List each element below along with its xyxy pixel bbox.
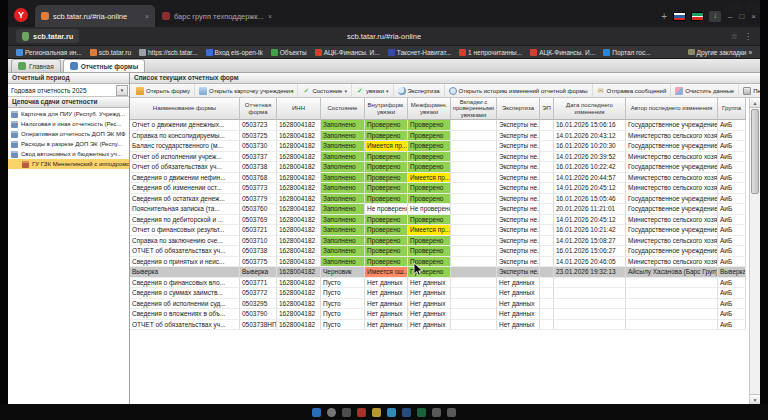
close-tab-icon[interactable]: × [268,13,272,20]
tray-icon[interactable] [728,3,742,12]
toolbar-button[interactable]: Открыть карточку учреждения [195,84,298,97]
toolbar-button[interactable]: Открыть форму [132,84,195,97]
column-header[interactable]: ИНН [277,98,321,120]
bookmark-item[interactable]: Вход eis-open-lk [206,49,263,56]
cell: 16.01.2026 10:21:42 [554,225,626,236]
app-icon[interactable] [447,408,456,417]
bookmark-item[interactable]: АЦК-Финансы. И... [530,49,595,56]
word-app-icon[interactable] [402,408,411,417]
cell: Сведения об изменении ост... [130,183,240,194]
table-row[interactable]: Сведения о суммах заимств...050377216280… [130,288,749,299]
column-header[interactable]: Наименование формы [130,98,240,120]
cell: Проверено [408,152,451,163]
downloads-icon[interactable]: ↓ [709,11,721,22]
browser-tab[interactable]: барс групп техподдержк...× [156,5,278,27]
cell: 0503723 [240,120,277,131]
table-row[interactable]: Сведения по дебиторской и ...05037691628… [130,215,749,226]
task-view-icon[interactable] [342,408,351,417]
table-row[interactable]: Справка по консолидируемы...050372516280… [130,131,749,142]
bookmark-item[interactable]: 1 непрочитанны... [459,49,522,56]
column-header[interactable]: ЭП [540,98,554,120]
bookmark-item[interactable]: Региональная ин... [16,49,82,56]
sidebar: Отчетный период Годовая отчетность 2025 … [8,73,130,404]
excel-app-icon[interactable] [417,408,426,417]
bookmark-item[interactable]: scb.tatar.ru [90,49,131,56]
cell: Эксперты не... [497,225,540,236]
table-row[interactable]: Пояснительная записка (та...050376016280… [130,204,749,215]
cell [540,194,554,205]
column-header[interactable]: Дата последнего изменения [554,98,626,120]
column-header[interactable]: Отчетная форма [240,98,277,120]
search-icon[interactable] [327,408,336,417]
cell: 0503775 [240,257,277,268]
new-tab-button[interactable]: + [661,11,667,22]
bookmark-item[interactable]: Портал гос... [603,49,650,56]
table-row[interactable]: Сведения об изменении ост...050377316280… [130,183,749,194]
start-icon[interactable] [312,408,321,417]
table-row[interactable]: Сведения об исполнении суд...05032951628… [130,299,749,310]
cell: 1628004182 [277,278,321,289]
browser-icon[interactable] [357,408,366,417]
bookmark-item[interactable]: АЦК-Финансы. И... [315,49,380,56]
yandex-browser-icon[interactable]: Y [14,8,28,22]
browser-tab[interactable]: scb.tatar.ru/#ria-online× [35,5,155,27]
table-row[interactable]: ВыверкаВыверка1628004182ЧерновикИмеется … [130,267,749,278]
tree-item[interactable]: Карточка для ПИУ (Респуб. Учрежд... [8,109,129,119]
expertise-icon [398,87,406,95]
period-select[interactable]: Годовая отчетность 2025 ▾ [8,84,129,97]
table-row[interactable]: ОТЧЕТ об обязательствах уч...05037381628… [130,246,749,257]
app-tab-report-forms[interactable]: Отчетные формы [63,59,145,72]
table-row[interactable]: Сведения о принятых и неис...05037751628… [130,257,749,268]
toolbar-button[interactable]: Отправка сообщений [593,84,672,97]
table-row[interactable]: Сведения о финансовых вло...050377116280… [130,278,749,289]
app-tab-home[interactable]: Главная [11,59,61,72]
chevron-down-icon[interactable]: ▾ [116,85,128,96]
home-tab-icon [18,62,26,70]
bookmark-favicon [90,49,97,56]
cell: Государственное учреждение... [626,225,718,236]
report-node-icon [11,111,18,118]
app-icon[interactable] [432,408,441,417]
toolbar-button[interactable]: Открыть историю изменений отчетной формы [445,84,593,97]
bookmark-item[interactable]: https://scb.tatar... [139,49,198,56]
bookmark-item[interactable]: Такснет-Навигат... [388,49,451,56]
mail-app-icon[interactable] [387,408,396,417]
table-row[interactable]: ОТЧЕТ об обязательствах уч...0503738НП16… [130,320,749,331]
close-tab-icon[interactable]: × [145,13,149,20]
column-header[interactable]: Экспертиза [497,98,540,120]
table-row[interactable]: Отчет о движении денежных...050372316280… [130,120,749,131]
tree-item[interactable]: Свод автономных и бюджетных уч... [8,149,129,159]
tree-item[interactable]: ГУ ГЗК Мензелинский с ипподромом [8,159,129,169]
site-identity-chip[interactable]: scb.tatar.ru [16,29,79,43]
table-row[interactable]: Сведения о движении нефин...050376816280… [130,173,749,184]
flag-ru-icon[interactable] [673,12,686,21]
explorer-icon[interactable] [372,408,381,417]
tree-item[interactable]: Расходы в разрезе ДОП ЭК (Респу... [8,139,129,149]
flag-tatarstan-icon[interactable] [691,12,704,21]
table-row[interactable]: Отчет об обязательствах уч...05037381628… [130,162,749,173]
cell [451,288,497,299]
column-header[interactable]: Внутриформ. увязки [365,98,408,120]
toolbar-button[interactable]: Экспертиза [394,84,445,97]
toolbar-button[interactable]: Состояние▾ [298,84,351,97]
table-row[interactable]: Сведения о вложениях в объ...05037901628… [130,309,749,320]
table-row[interactable]: Отчет об исполнении учреж...050373716280… [130,152,749,163]
browser-tabs: scb.tatar.ru/#ria-online×барс групп техп… [35,5,657,27]
tree-item[interactable]: Оперативная отчетность ДОП ЭК МФ [8,129,129,139]
bookmark-star-icon[interactable]: ☆ [731,32,738,41]
more-options-icon[interactable]: ⋮ [744,32,752,41]
table-row[interactable]: Справка по заключению сче...050371016280… [130,236,749,247]
bookmark-label: https://scb.tatar... [148,49,198,56]
address-bar[interactable]: scb.tatar.ru scb.tatar.ru/#ria-online ☆ … [8,27,760,46]
bookmark-item[interactable]: Объекты [271,49,307,56]
table-row[interactable]: Отчет о финансовых результ...05037211628… [130,225,749,236]
column-header[interactable]: Межформен. увязки [408,98,451,120]
column-header[interactable]: Состояние [321,98,365,120]
table-row[interactable]: Баланс государственного (м...05037301628… [130,141,749,152]
tree-item[interactable]: Налоговая и иная отчетность (Рес... [8,119,129,129]
toolbar-button[interactable]: увязки▾ [352,84,394,97]
table-row[interactable]: Сведения об остатках денеж...05037791628… [130,194,749,205]
tray-clock[interactable] [746,3,760,12]
column-header[interactable]: Вкладки с проверенными увязками [451,98,497,120]
column-header[interactable]: Автор последнего изменения [626,98,718,120]
